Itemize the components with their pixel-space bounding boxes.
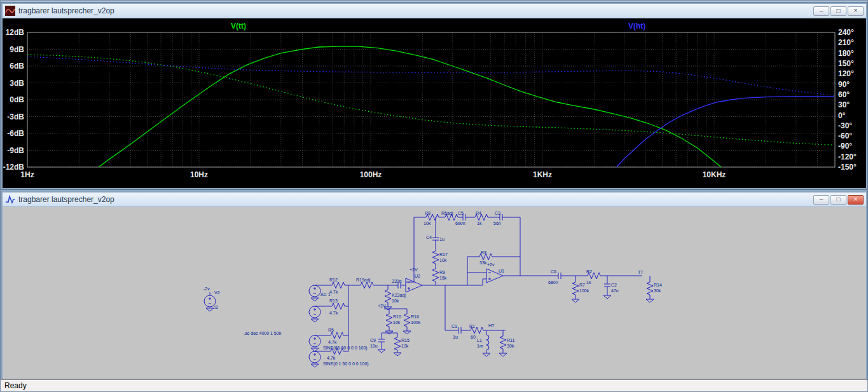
svg-text:120°: 120° xyxy=(838,69,854,78)
svg-text:10u: 10u xyxy=(370,344,378,348)
waveform-plot-area[interactable]: 12dB9dB6dB3dB0dB-3dB-6dB-9dB-12dB240°210… xyxy=(3,18,866,188)
svg-text:U1: U1 xyxy=(499,269,504,273)
svg-text:0°: 0° xyxy=(838,111,846,120)
svg-text:1Hz: 1Hz xyxy=(20,170,34,179)
svg-text:4.7k: 4.7k xyxy=(328,340,337,344)
svg-text:10k: 10k xyxy=(439,258,447,262)
svg-text:100k: 100k xyxy=(411,320,421,325)
waveform-icon xyxy=(5,6,15,16)
svg-text:210°: 210° xyxy=(838,38,854,47)
svg-text:R5adj: R5adj xyxy=(441,211,453,216)
svg-text:-120°: -120° xyxy=(838,152,857,161)
svg-text:1k: 1k xyxy=(477,221,482,226)
svg-text:4.7k: 4.7k xyxy=(327,356,336,360)
schematic-window-icon xyxy=(5,194,15,205)
svg-text:R10: R10 xyxy=(393,314,401,319)
svg-text:56n: 56n xyxy=(493,221,501,226)
svg-text:-2v: -2v xyxy=(203,287,210,291)
svg-text:-150°: -150° xyxy=(838,163,857,172)
svg-text:10k: 10k xyxy=(392,299,399,303)
schematic-window-controls: – □ × xyxy=(813,195,864,205)
schematic-icon-glyph xyxy=(6,196,15,203)
svg-text:30°: 30° xyxy=(838,100,850,109)
svg-text:6dB: 6dB xyxy=(10,62,24,71)
svg-text:30k: 30k xyxy=(507,344,514,348)
svg-text:10k: 10k xyxy=(424,221,431,226)
svg-text:R2: R2 xyxy=(586,269,592,274)
svg-text:R12: R12 xyxy=(329,278,338,282)
svg-text:-60°: -60° xyxy=(838,132,852,140)
schematic-window: tragbarer lautsprecher_v2op – □ × -2vV2I… xyxy=(1,191,867,380)
svg-text:1k: 1k xyxy=(586,280,591,285)
minimize-button[interactable]: – xyxy=(813,195,829,205)
svg-text:1u: 1u xyxy=(439,237,444,241)
svg-text:3dB: 3dB xyxy=(10,79,24,88)
svg-text:U2: U2 xyxy=(415,274,420,278)
svg-text:C9: C9 xyxy=(370,338,376,342)
status-text: Ready xyxy=(4,381,27,390)
svg-text:100k: 100k xyxy=(579,288,589,293)
schematic-window-titlebar[interactable]: tragbarer lautsprecher_v2op – □ × xyxy=(3,193,866,207)
restore-button[interactable]: □ xyxy=(830,6,846,16)
svg-text:9dB: 9dB xyxy=(10,45,24,54)
svg-text:-3dB: -3dB xyxy=(7,112,24,121)
svg-text:+2V: +2V xyxy=(378,304,386,308)
svg-text:SINE(0 1 50 0 0 0 100): SINE(0 1 50 0 0 0 100) xyxy=(323,362,369,367)
svg-text:90°: 90° xyxy=(838,80,850,89)
svg-text:47n: 47n xyxy=(611,288,619,293)
svg-text:R8: R8 xyxy=(425,211,431,215)
schematic-icon xyxy=(5,194,15,205)
svg-text:R1: R1 xyxy=(469,324,475,328)
svg-text:C6: C6 xyxy=(551,269,556,274)
svg-text:HT: HT xyxy=(488,323,495,328)
svg-text:-90°: -90° xyxy=(838,142,852,151)
svg-text:R13: R13 xyxy=(329,299,338,303)
svg-text:TT: TT xyxy=(638,270,644,274)
svg-text:-6dB: -6dB xyxy=(7,129,24,138)
svg-text:R15: R15 xyxy=(401,338,410,342)
svg-text:SINE(86 50 0 0 0 100): SINE(86 50 0 0 0 100) xyxy=(323,346,368,351)
svg-text:330n: 330n xyxy=(392,279,402,283)
schematic-canvas[interactable]: -2vV2I2.ac dec 4000 1 50kAC 1R124.7kR19a… xyxy=(3,207,866,379)
svg-text:240°: 240° xyxy=(838,28,854,37)
svg-text:C5: C5 xyxy=(458,211,464,215)
bode-plot-canvas[interactable]: 12dB9dB6dB3dB0dB-3dB-6dB-9dB-12dB240°210… xyxy=(3,18,866,188)
svg-text:V(tt): V(tt) xyxy=(231,22,246,30)
svg-text:.ac dec 4000 1 50k: .ac dec 4000 1 50k xyxy=(244,331,282,335)
svg-text:C1: C1 xyxy=(451,324,457,328)
svg-text:L1: L1 xyxy=(477,338,482,342)
svg-text:V2: V2 xyxy=(214,290,220,295)
svg-text:C2: C2 xyxy=(611,283,617,287)
svg-text:100Hz: 100Hz xyxy=(360,170,382,179)
waveform-window-titlebar[interactable]: tragbarer lautsprecher_v2op – □ × xyxy=(3,4,866,18)
svg-text:150°: 150° xyxy=(838,59,854,68)
svg-text:C3: C3 xyxy=(495,211,500,215)
svg-text:15k: 15k xyxy=(439,276,447,280)
minimize-button[interactable]: – xyxy=(813,6,829,16)
svg-text:I2: I2 xyxy=(214,305,218,309)
close-button[interactable]: × xyxy=(848,195,864,205)
restore-button[interactable]: □ xyxy=(830,195,846,205)
svg-text:10Hz: 10Hz xyxy=(190,170,208,179)
waveform-viewer-window: tragbarer lautsprecher_v2op – □ × 12dB9d… xyxy=(1,3,867,189)
svg-text:680n: 680n xyxy=(548,280,558,285)
svg-text:12dB: 12dB xyxy=(6,28,25,37)
svg-text:R5: R5 xyxy=(328,328,334,332)
svg-text:R17: R17 xyxy=(439,252,448,257)
svg-text:R7: R7 xyxy=(579,283,585,287)
svg-text:4.7k: 4.7k xyxy=(329,290,338,294)
svg-text:-9dB: -9dB xyxy=(7,146,24,155)
svg-text:R11: R11 xyxy=(507,338,514,342)
schematic-canvas-svg[interactable]: -2vV2I2.ac dec 4000 1 50kAC 1R124.7kR19a… xyxy=(3,207,866,379)
svg-text:690n: 690n xyxy=(455,221,465,226)
svg-text:4.7k: 4.7k xyxy=(329,311,338,315)
svg-text:K23adj: K23adj xyxy=(392,293,406,298)
ltspice-app: tragbarer lautsprecher_v2op – □ × 12dB9d… xyxy=(0,0,868,392)
svg-text:R9: R9 xyxy=(439,270,445,274)
svg-text:+2v: +2v xyxy=(487,262,495,267)
svg-text:180°: 180° xyxy=(838,49,854,58)
svg-text:30k: 30k xyxy=(654,288,661,293)
close-button[interactable]: × xyxy=(848,6,864,16)
svg-text:V(ht): V(ht) xyxy=(628,22,645,30)
svg-text:10KHz: 10KHz xyxy=(703,170,726,179)
